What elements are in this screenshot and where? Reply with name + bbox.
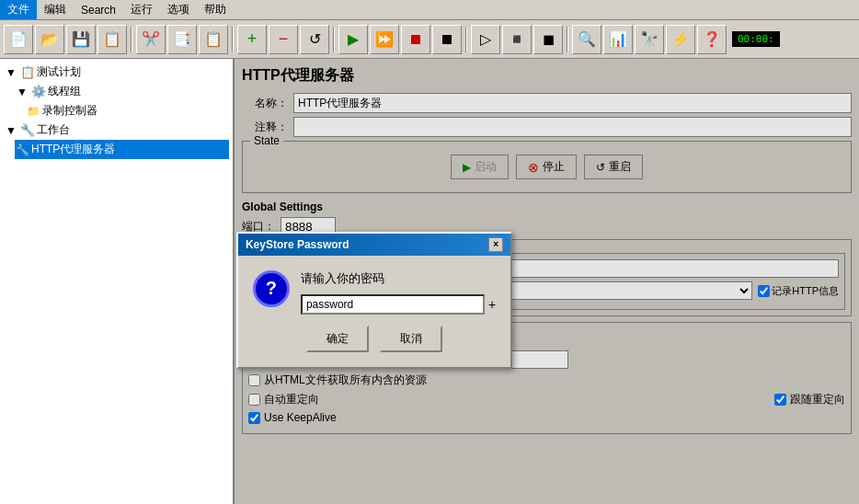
stop-icon: ⊗ bbox=[528, 160, 539, 175]
remote-stop-button[interactable]: ◾ bbox=[502, 25, 532, 54]
tree-item-http-proxy[interactable]: 🔧 HTTP代理服务器 bbox=[15, 140, 229, 159]
menu-edit[interactable]: 编辑 bbox=[37, 0, 74, 19]
checkbox4[interactable] bbox=[248, 412, 260, 424]
dialog-titlebar: KeyStore Password × bbox=[238, 234, 510, 256]
save-button[interactable]: 💾 bbox=[66, 25, 96, 54]
checkbox3-row: 跟随重定向 bbox=[774, 392, 845, 407]
start-button[interactable]: ▶ bbox=[338, 25, 368, 54]
dialog-message: 请输入你的密码 bbox=[301, 270, 496, 287]
start-icon: ▶ bbox=[463, 161, 471, 174]
browse-button[interactable]: 🔍 bbox=[572, 25, 601, 54]
dialog-title: KeyStore Password bbox=[246, 238, 349, 251]
dialog-input-row: + bbox=[301, 294, 496, 315]
checkbox3-label: 跟随重定向 bbox=[790, 392, 845, 407]
keystore-dialog: KeyStore Password × ? 请输入你的密码 + bbox=[236, 232, 512, 369]
search-tool-button[interactable]: 🔭 bbox=[635, 25, 664, 54]
menu-help[interactable]: 帮助 bbox=[197, 0, 234, 19]
menu-search[interactable]: Search bbox=[74, 2, 123, 18]
dialog-buttons: 确定 取消 bbox=[253, 326, 496, 352]
tree-item-workbench[interactable]: ▼ 🔧 工作台 bbox=[4, 120, 229, 140]
saveas-button[interactable]: 📋 bbox=[97, 25, 127, 54]
help2-button[interactable]: ❓ bbox=[697, 25, 727, 54]
name-label: 名称： bbox=[242, 96, 288, 111]
dialog-question-icon: ? bbox=[253, 270, 290, 307]
remove-button[interactable]: − bbox=[269, 25, 298, 54]
checkbox1-row: 从HTML文件获取所有内含的资源 bbox=[248, 372, 845, 388]
expand-icon-thread-group: ▼ bbox=[15, 85, 29, 99]
open-button[interactable]: 📂 bbox=[35, 25, 64, 54]
state-section: State ▶ 启动 ⊗ 停止 ↺ 重启 bbox=[242, 141, 852, 193]
checkbox3[interactable] bbox=[774, 394, 786, 406]
copy-button[interactable]: 📑 bbox=[167, 25, 197, 54]
name-row: 名称： bbox=[242, 93, 852, 113]
templates-button[interactable]: 📊 bbox=[603, 25, 633, 54]
checkbox1-label: 从HTML文件获取所有内含的资源 bbox=[264, 372, 427, 388]
comment-row: 注释： bbox=[242, 117, 852, 137]
stop-label: 停止 bbox=[543, 159, 565, 175]
menu-options[interactable]: 选项 bbox=[160, 0, 197, 19]
revert-button[interactable]: ↺ bbox=[300, 25, 329, 54]
http-proxy-icon: 🔧 bbox=[15, 143, 29, 157]
menu-run[interactable]: 运行 bbox=[123, 0, 160, 19]
time-display: 00:00: bbox=[732, 31, 780, 47]
dialog-cancel-button[interactable]: 取消 bbox=[380, 326, 442, 352]
new-button[interactable]: 📄 bbox=[4, 25, 33, 54]
separator-5 bbox=[567, 27, 568, 52]
start-nopause-button[interactable]: ⏩ bbox=[370, 25, 399, 54]
start-label: 启动 bbox=[475, 159, 497, 175]
checkbox2[interactable] bbox=[248, 394, 260, 406]
help-button[interactable]: ⚡ bbox=[666, 25, 695, 54]
comment-input[interactable] bbox=[293, 117, 852, 137]
global-settings-label: Global Settings bbox=[242, 200, 852, 213]
start-proxy-button[interactable]: ▶ 启动 bbox=[451, 155, 509, 179]
workbench-icon: 🔧 bbox=[20, 123, 35, 137]
state-buttons: ▶ 启动 ⊗ 停止 ↺ 重启 bbox=[248, 147, 845, 187]
checkbox2-label: 自动重定向 bbox=[264, 392, 319, 407]
menu-file[interactable]: 文件 bbox=[0, 0, 37, 19]
test-plan-label: 测试计划 bbox=[37, 64, 81, 80]
dialog-password-input[interactable] bbox=[301, 294, 485, 315]
right-panel: HTTP代理服务器 名称： 注释： State ▶ 启动 ⊗ 停止 bbox=[235, 59, 859, 504]
main-layout: ▼ 📋 测试计划 ▼ ⚙️ 线程组 📁 录制控制器 ▼ 🔧 工作台 🔧 HTTP… bbox=[0, 59, 859, 504]
shutdown-button[interactable]: ⏹ bbox=[432, 25, 462, 54]
restart-proxy-button[interactable]: ↺ 重启 bbox=[584, 155, 643, 179]
checkbox4-label: Use KeepAlive bbox=[264, 411, 337, 424]
dialog-close-button[interactable]: × bbox=[488, 237, 503, 252]
state-section-label: State bbox=[250, 134, 283, 147]
tree-item-thread-group[interactable]: ▼ ⚙️ 线程组 bbox=[15, 82, 229, 101]
checkbox2-row: 自动重定向 bbox=[248, 392, 319, 407]
name-input[interactable] bbox=[293, 93, 852, 113]
record-http-checkbox-label: 记录HTTP信息 bbox=[758, 284, 839, 298]
expand-icon-test-plan: ▼ bbox=[4, 65, 18, 80]
dialog-ok-button[interactable]: 确定 bbox=[306, 326, 369, 352]
separator-4 bbox=[465, 27, 467, 52]
http-proxy-label: HTTP代理服务器 bbox=[31, 142, 115, 157]
add-button[interactable]: + bbox=[237, 25, 267, 54]
show-password-icon[interactable]: + bbox=[488, 297, 496, 312]
recorder-label: 录制控制器 bbox=[42, 103, 97, 119]
paste-button[interactable]: 📋 bbox=[199, 25, 228, 54]
thread-group-icon: ⚙️ bbox=[31, 85, 46, 98]
tree-item-recorder[interactable]: 📁 录制控制器 bbox=[26, 101, 229, 120]
restart-icon: ↺ bbox=[596, 161, 605, 174]
remote-all-button[interactable]: ◼ bbox=[533, 25, 563, 54]
left-panel: ▼ 📋 测试计划 ▼ ⚙️ 线程组 📁 录制控制器 ▼ 🔧 工作台 🔧 HTTP… bbox=[0, 59, 235, 504]
toolbar: 📄 📂 💾 📋 ✂️ 📑 📋 + − ↺ ▶ ⏩ ⏹ ⏹ ▷ ◾ ◼ 🔍 📊 🔭… bbox=[0, 20, 859, 59]
remote-start-button[interactable]: ▷ bbox=[471, 25, 500, 54]
dialog-content: ? 请输入你的密码 + bbox=[253, 270, 496, 315]
recorder-icon: 📁 bbox=[26, 104, 40, 119]
checkbox1[interactable] bbox=[248, 374, 260, 386]
record-http-label: 记录HTTP信息 bbox=[772, 284, 839, 298]
separator-3 bbox=[333, 27, 335, 52]
workbench-label: 工作台 bbox=[37, 122, 70, 138]
separator-2 bbox=[232, 27, 234, 52]
thread-group-label: 线程组 bbox=[48, 84, 81, 99]
record-http-checkbox[interactable] bbox=[758, 285, 770, 297]
tree-item-test-plan[interactable]: ▼ 📋 测试计划 bbox=[4, 63, 229, 82]
test-plan-icon: 📋 bbox=[20, 65, 35, 79]
stop-proxy-button[interactable]: ⊗ 停止 bbox=[516, 155, 577, 179]
dialog-body: ? 请输入你的密码 + 确定 取消 bbox=[238, 256, 510, 367]
cut-button[interactable]: ✂️ bbox=[136, 25, 166, 54]
separator-1 bbox=[131, 27, 132, 52]
stop-button[interactable]: ⏹ bbox=[401, 25, 430, 54]
